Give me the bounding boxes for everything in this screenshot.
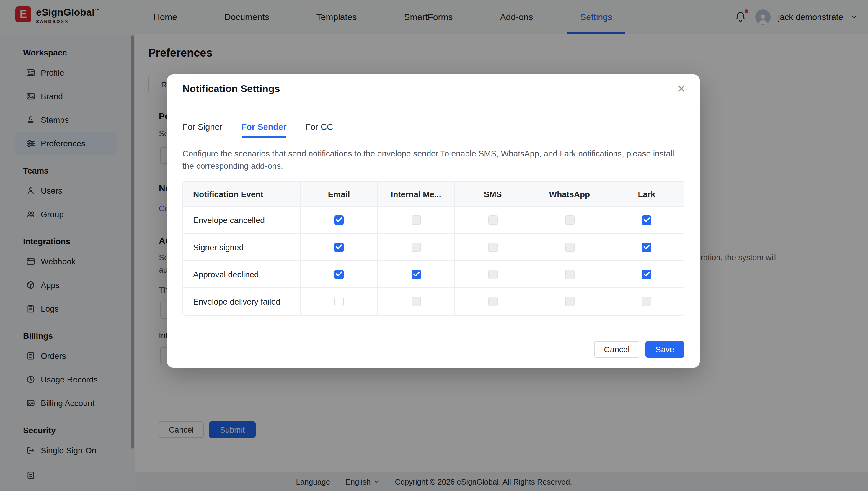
checkbox[interactable] (334, 242, 344, 252)
table-cell (455, 206, 531, 234)
checkbox[interactable] (334, 297, 344, 306)
event-label: Approval declined (183, 261, 301, 288)
table-cell (608, 288, 684, 315)
checkbox[interactable] (642, 215, 651, 225)
notification-settings-modal: Notification Settings ✕ For Signer For S… (167, 74, 700, 368)
table-cell (301, 288, 378, 315)
table-cell (378, 261, 455, 288)
save-button[interactable]: Save (645, 341, 684, 357)
table-cell (608, 206, 684, 234)
table-cell (531, 206, 608, 234)
column-header-lark: Lark (608, 182, 684, 206)
close-icon[interactable]: ✕ (675, 82, 688, 95)
table-cell (531, 261, 608, 288)
table-cell (531, 288, 608, 315)
checkbox (411, 297, 421, 306)
app-window: E eSignGlobal™ SANDBOX® Home Documents T… (0, 0, 868, 491)
checkbox (565, 269, 574, 279)
table-cell (378, 288, 455, 315)
event-label: Signer signed (183, 234, 301, 261)
column-header-sms: SMS (455, 182, 531, 206)
column-header-email: Email (301, 182, 378, 206)
modal-description: Configure the scenarios that send notifi… (183, 148, 684, 172)
tab-for-sender[interactable]: For Sender (241, 122, 286, 138)
cancel-button[interactable]: Cancel (594, 341, 640, 357)
table-cell (378, 234, 455, 261)
checkbox (411, 242, 421, 252)
checkbox (488, 269, 498, 279)
modal-footer: Cancel Save (183, 341, 684, 357)
checkbox (565, 242, 574, 252)
event-label: Envelope delivery failed (183, 288, 301, 315)
checkbox (411, 215, 421, 225)
table-cell (455, 288, 531, 315)
checkbox[interactable] (642, 242, 651, 252)
column-header-whatsapp: WhatsApp (531, 182, 608, 206)
tab-for-cc[interactable]: For CC (306, 122, 333, 138)
checkbox[interactable] (411, 269, 421, 279)
checkbox (488, 242, 498, 252)
modal-tabs: For Signer For Sender For CC (183, 122, 684, 138)
checkbox[interactable] (334, 269, 344, 279)
table-cell (531, 234, 608, 261)
table-cell (378, 206, 455, 234)
checkbox[interactable] (334, 215, 344, 225)
checkbox (565, 297, 574, 306)
table-cell (455, 234, 531, 261)
checkbox (488, 297, 498, 306)
column-header-event: Notification Event (183, 182, 301, 206)
checkbox[interactable] (642, 269, 651, 279)
table-cell (608, 234, 684, 261)
checkbox (565, 215, 574, 225)
tab-for-signer[interactable]: For Signer (183, 122, 222, 138)
table-cell (455, 261, 531, 288)
modal-title: Notification Settings (183, 83, 684, 95)
table-cell (608, 261, 684, 288)
column-header-internal-message: Internal Me... (378, 182, 455, 206)
checkbox (642, 297, 651, 306)
table-cell (301, 234, 378, 261)
table-cell (301, 261, 378, 288)
event-label: Envelope cancelled (183, 206, 301, 234)
checkbox (488, 215, 498, 225)
notification-table: Notification Event Email Internal Me... … (183, 181, 684, 316)
table-cell (301, 206, 378, 234)
